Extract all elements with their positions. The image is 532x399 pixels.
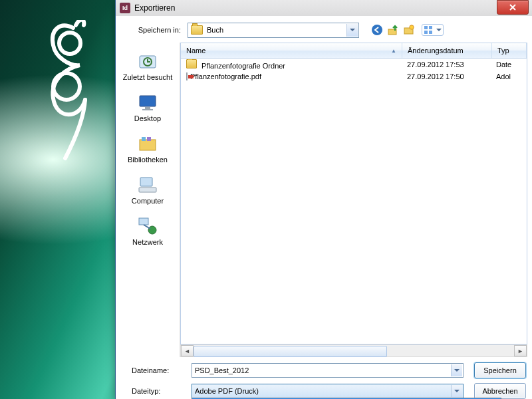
sort-asc-icon: ▲ (391, 48, 396, 54)
cancel-button[interactable]: Abbrechen (474, 383, 526, 399)
titlebar[interactable]: Id Exportieren (116, 0, 532, 16)
place-network[interactable]: Netzwerk (118, 211, 178, 253)
save-button[interactable]: Speichern (474, 362, 526, 378)
horizontal-scrollbar[interactable]: ◄ ► (180, 344, 527, 357)
up-one-level-icon[interactable] (387, 24, 399, 36)
place-desktop[interactable]: Desktop (118, 88, 178, 129)
new-folder-icon[interactable] (403, 24, 415, 36)
place-label: Desktop (134, 114, 161, 122)
back-icon[interactable] (371, 24, 383, 36)
scroll-track[interactable] (194, 346, 514, 356)
file-list: Name ▲ Änderungsdatum Typ Pflanzenfotogr… (180, 43, 527, 357)
file-rows[interactable]: Pflanzenfotografie Ordner 27.09.2012 17:… (180, 59, 527, 344)
svg-point-21 (148, 226, 156, 234)
list-item[interactable]: Pflanzenfotografie Ordner 27.09.2012 17:… (181, 59, 527, 70)
folder-icon (186, 59, 197, 68)
svg-point-2 (372, 25, 382, 35)
scroll-left-button[interactable]: ◄ (181, 345, 194, 356)
place-label: Netzwerk (132, 238, 163, 246)
pdf-file-icon (186, 72, 188, 80)
column-modified[interactable]: Änderungsdatum (402, 43, 492, 58)
places-bar: Zuletzt besucht Desktop Bibliotheken Com… (116, 41, 180, 358)
libraries-icon (137, 133, 158, 154)
app-icon-indesign: Id (120, 3, 130, 13)
svg-rect-12 (140, 96, 156, 106)
window-title: Exportieren (134, 3, 497, 13)
svg-rect-7 (429, 26, 432, 29)
place-label: Bibliotheken (128, 156, 168, 164)
save-in-label: Speichern in: (121, 26, 188, 34)
network-icon (137, 215, 158, 237)
save-in-location-text: Buch (207, 26, 223, 34)
svg-rect-13 (145, 107, 150, 109)
place-libraries[interactable]: Bibliotheken (118, 129, 178, 170)
filename-input[interactable]: PSD_Best_2012 (192, 363, 464, 378)
svg-rect-8 (424, 31, 428, 34)
save-in-toolbar: Speichern in: Buch (116, 16, 532, 41)
file-fields: Dateiname: PSD_Best_2012 Speichern Datei… (116, 358, 532, 399)
filetype-label: Dateityp: (122, 387, 192, 395)
place-computer[interactable]: Computer (118, 170, 178, 211)
scroll-right-button[interactable]: ► (514, 345, 527, 356)
svg-rect-18 (140, 178, 152, 186)
place-label: Zuletzt besucht (123, 73, 173, 81)
save-in-location-combo[interactable]: Buch (188, 23, 359, 38)
chevron-down-icon[interactable] (451, 364, 462, 376)
column-headers[interactable]: Name ▲ Änderungsdatum Typ (180, 43, 527, 59)
svg-rect-19 (139, 188, 156, 192)
filename-value: PSD_Best_2012 (195, 366, 249, 374)
close-button[interactable] (497, 0, 529, 15)
column-type[interactable]: Typ (492, 43, 527, 58)
computer-icon (137, 174, 158, 196)
folder-icon (191, 25, 203, 35)
place-recent[interactable]: Zuletzt besucht (118, 47, 178, 88)
desktop-icon (137, 92, 158, 113)
column-name[interactable]: Name ▲ (181, 43, 402, 58)
view-mode-menu[interactable] (422, 24, 444, 36)
svg-rect-20 (139, 218, 148, 225)
export-dialog: Id Exportieren Speichern in: Buch (115, 0, 532, 399)
scroll-thumb[interactable] (194, 346, 387, 357)
svg-rect-16 (142, 137, 146, 141)
filename-label: Dateiname: (122, 366, 192, 374)
svg-rect-6 (424, 26, 428, 29)
chevron-down-icon[interactable] (451, 385, 462, 397)
svg-rect-17 (147, 137, 151, 141)
chevron-down-icon[interactable] (346, 24, 358, 37)
svg-rect-14 (142, 109, 153, 110)
svg-rect-9 (429, 31, 432, 34)
list-item[interactable]: Pflanzenfotografie.pdf 27.09.2012 17:50 … (181, 70, 527, 82)
filetype-value: Adobe PDF (Druck) (195, 387, 259, 395)
place-label: Computer (132, 197, 164, 205)
recent-icon (137, 51, 158, 72)
svg-point-5 (410, 25, 414, 29)
filetype-combo[interactable]: Adobe PDF (Druck) (192, 384, 464, 398)
svg-rect-15 (140, 140, 156, 150)
